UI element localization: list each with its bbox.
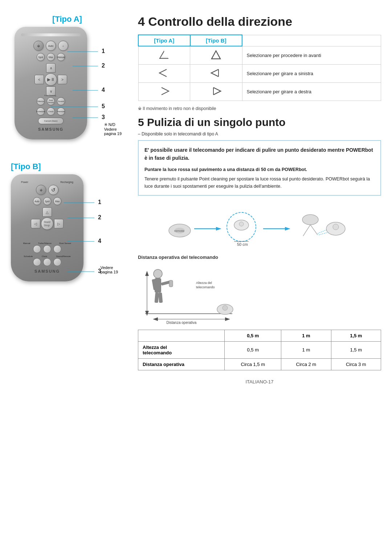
power-btn[interactable]: ⏻ — [33, 41, 44, 51]
sound-btn[interactable]: Sound — [57, 97, 65, 105]
svg-text:4: 4 — [98, 238, 101, 244]
power-label-b: Power — [21, 181, 28, 183]
icon-b-right — [190, 83, 242, 101]
recharge-btn-b[interactable]: ↺ — [48, 185, 58, 195]
nav-left-b[interactable]: ◁ — [31, 219, 40, 228]
max-btn-b[interactable]: Max — [53, 197, 61, 205]
nav-up-b[interactable]: △ — [42, 207, 52, 217]
nav-right-b[interactable]: ▷ — [54, 219, 64, 228]
retro-note: ※ Il movimento in retro non è disponibil… — [138, 106, 381, 111]
svg-line-34 — [303, 225, 310, 236]
svg-marker-49 — [145, 271, 149, 276]
nav-cross-a: ∧ < ▶⏸ > ∨ Point Cleaning _ — [34, 63, 67, 96]
cancel-btn[interactable]: Cancel (3sec) — [38, 118, 64, 124]
nav-center-a[interactable]: ▶⏸ — [45, 73, 57, 86]
svg-marker-18 — [212, 51, 220, 59]
op-dist-15: Circa 3 m — [331, 358, 381, 370]
desc-left: Selezionare per girare a sinistra — [242, 65, 381, 83]
op-col-05: 0,5 m — [225, 330, 281, 341]
op-table: 0,5 m 1 m 1,5 m Altezza deltelecomando 0… — [138, 330, 381, 370]
clock-btn-b[interactable] — [43, 258, 51, 266]
silence-btn[interactable]: Silence — [37, 97, 45, 105]
dust-label-b: Dust Sensor — [59, 242, 71, 244]
home-btn[interactable]: ⌂ — [58, 41, 68, 51]
nav-left-a[interactable]: < — [34, 75, 44, 84]
manual-btn-b[interactable] — [33, 245, 41, 253]
svg-rect-47 — [158, 292, 163, 303]
svg-rect-46 — [155, 292, 159, 303]
op-dist-05: Circa 1,5 m — [225, 358, 281, 370]
auto-btn[interactable]: Auto — [46, 41, 56, 51]
left-column: [Tipo A] ⏻ Auto ⌂ Spot Max Manual — [11, 15, 127, 522]
tipo-a-label-left: [Tipo A] — [52, 15, 82, 24]
op-height-1: 1 m — [281, 341, 331, 358]
svg-text:4: 4 — [102, 87, 105, 93]
svg-marker-54 — [225, 317, 230, 321]
tipo-a-header: [Tipo A] — [138, 35, 190, 46]
nav-up-a[interactable]: ∧ — [46, 63, 56, 73]
point-cleaning-label: Point Cleaning _ — [44, 94, 58, 97]
svg-line-38 — [318, 230, 327, 233]
svg-text:Distanza operativa: Distanza operativa — [167, 321, 197, 325]
right-column: 4 Controllo della direzione [Tipo A] [Ti… — [127, 15, 381, 522]
op-col-15: 1,5 m — [331, 330, 381, 341]
svg-text:1: 1 — [102, 48, 105, 54]
op-caption: Distanza operativa del telecomando — [138, 255, 381, 260]
desc-header — [242, 35, 381, 46]
soundremote-btn-b[interactable] — [53, 258, 61, 266]
highlight-normal: Tenere premuto il pulsante Point cleanin… — [144, 175, 375, 190]
op-row-dist: Distanza operativa Circa 1,5 m Circa 2 m… — [138, 358, 381, 370]
nav-right-a[interactable]: > — [58, 75, 67, 84]
clock-label-b: Clock — [42, 255, 47, 257]
op-row-height: Altezza deltelecomando 0,5 m 1 m 1,5 m — [138, 341, 381, 358]
manual-label-b: Manual — [23, 242, 30, 244]
section5-sub: – Disponibile solo in telecomandi di tip… — [138, 131, 381, 137]
svg-text:remote: remote — [174, 229, 184, 233]
op-height-15: 1,5 m — [331, 341, 381, 358]
icon-b-left — [190, 65, 242, 83]
op-header-empty — [138, 330, 225, 341]
svg-text:2: 2 — [102, 62, 105, 69]
highlight-main: E' possibile usare il telecomando per in… — [144, 146, 375, 162]
op-height-05: 0,5 m — [225, 341, 281, 358]
op-dist-1: Circa 2 m — [281, 358, 331, 370]
svg-point-37 — [333, 224, 339, 230]
turbo-btn-b[interactable] — [43, 245, 51, 253]
samsung-logo-a: SAMSUNG — [21, 127, 81, 131]
svg-marker-25 — [216, 227, 221, 231]
manual-btn[interactable]: Manual — [57, 53, 65, 61]
svg-line-35 — [310, 225, 318, 235]
spot-btn-b[interactable]: Spot — [43, 197, 51, 205]
point-cleaning-diagram: remote 50 cm — [138, 202, 381, 249]
svg-line-39 — [319, 232, 328, 235]
spot-btn[interactable]: Spot — [37, 53, 45, 61]
sound-label-b: Sound/Remote — [56, 255, 71, 257]
op-diagram-area: Altezza Distanza operativa Altezza del t… — [138, 263, 381, 325]
svg-text:Altezza del: Altezza del — [196, 281, 212, 285]
clock-btn-a[interactable]: Clock — [47, 107, 55, 115]
auto-btn-b[interactable]: Auto — [33, 197, 41, 205]
nav-center-b[interactable]: Start/Stop — [41, 217, 53, 230]
see-page-note-b: Vedere pagina 19 — [101, 265, 118, 274]
svg-point-56 — [222, 305, 228, 310]
turbo-label-b: Turbo/Silence — [38, 242, 52, 244]
schedule-btn-b[interactable] — [33, 258, 41, 266]
dust-sensor-btn[interactable]: DustSensor — [47, 97, 55, 105]
svg-point-41 — [154, 269, 162, 278]
tipo-b-label-left: [Tipo B] — [11, 162, 123, 171]
nd-note: ※ N/D Vedere pagina 19 — [104, 122, 122, 136]
desc-forward: Selezionare per procedere in avanti — [242, 46, 381, 65]
nav-cross-b: △ ◁ Start/Stop ▷ — [31, 207, 64, 240]
remote-btn[interactable]: Remote — [57, 107, 65, 115]
dustsensor-btn-b[interactable] — [53, 245, 61, 253]
schedule-btn[interactable]: Schedule — [37, 107, 45, 115]
desc-right: Selezionare per girare a destra — [242, 83, 381, 101]
svg-point-33 — [302, 215, 318, 225]
max-btn[interactable]: Max — [47, 53, 55, 61]
op-distance-svg: Altezza Distanza operativa Altezza del t… — [138, 263, 240, 325]
svg-text:1: 1 — [98, 199, 101, 205]
samsung-logo-b: SAMSUNG — [17, 269, 77, 273]
svg-text:2: 2 — [98, 214, 101, 220]
svg-text:3: 3 — [102, 114, 105, 120]
power-btn-b[interactable]: ⏻ — [36, 185, 46, 195]
